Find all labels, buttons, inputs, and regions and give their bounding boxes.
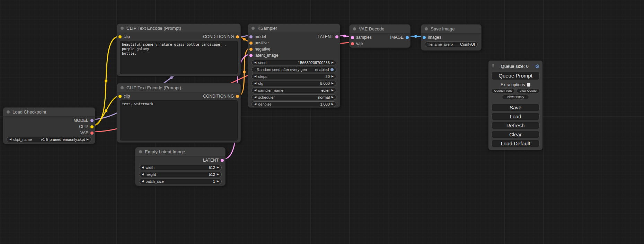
node-ksampler[interactable]: KSampler model LATENT positive negative … [248,24,340,108]
input-slot-positive[interactable] [249,42,253,45]
output-slot-latent[interactable] [335,35,338,38]
load-default-button[interactable]: Load Default [491,140,540,147]
collapse-toggle-icon[interactable] [425,27,428,30]
extra-options-checkbox[interactable] [527,83,530,87]
input-slot-model[interactable] [249,35,253,38]
widget-sampler-name[interactable]: ◀ sampler_name euler ▶ [252,88,336,93]
widget-seed[interactable]: ◀ seed 156680208700286 ▶ [252,60,336,65]
collapse-toggle-icon[interactable] [121,86,124,89]
collapse-toggle-icon[interactable] [252,27,255,30]
decrement-arrow-icon[interactable]: ◀ [254,96,256,99]
node-clip-text-encode-negative[interactable]: CLIP Text Encode (Prompt) clip CONDITION… [117,83,241,143]
output-slot-vae[interactable] [90,132,94,135]
decrement-arrow-icon[interactable]: ◀ [142,173,144,176]
decrement-arrow-icon[interactable]: ◀ [254,61,256,64]
input-slot-negative[interactable] [249,48,253,51]
link-midpoint-image[interactable] [414,35,417,38]
widget-filename-prefix[interactable]: filename_prefix ComfyUI [425,42,478,47]
widget-ckpt-name[interactable]: ◀ ckpt_name v1-5-pruned-emaonly.ckpt ▶ [7,137,91,142]
output-slot-clip[interactable] [90,125,94,128]
increment-arrow-icon[interactable]: ▶ [217,180,219,183]
settings-gear-icon[interactable]: ⚙ [535,64,540,69]
widget-scheduler[interactable]: ◀ scheduler normal ▶ [252,94,336,100]
decrement-arrow-icon[interactable]: ◀ [254,75,256,78]
node-save-image[interactable]: Save Image images filename_prefix ComfyU… [421,24,482,51]
input-slot-latent-image[interactable] [249,54,253,57]
queue-panel: ⠿ Queue size: 0 ⚙ Queue Prompt Extra opt… [488,61,542,150]
save-button[interactable]: Save [491,104,540,111]
prompt-text-input[interactable]: text, watermark [120,100,238,141]
increment-arrow-icon[interactable]: ▶ [332,96,334,99]
clear-button[interactable]: Clear [491,131,540,138]
node-graph-canvas[interactable]: Load Checkpoint MODEL CLIP VAE ◀ ckpt_na… [0,0,644,244]
collapse-toggle-icon[interactable] [353,27,356,30]
node-title: CLIP Text Encode (Prompt) [126,85,181,90]
output-slot-conditioning[interactable] [236,35,239,38]
collapse-toggle-icon[interactable] [7,110,10,114]
increment-arrow-icon[interactable]: ▶ [87,138,89,141]
input-slot-samples[interactable] [351,36,354,39]
decrement-arrow-icon[interactable]: ◀ [254,103,256,106]
drag-handle-icon[interactable]: ⠿ [491,64,494,69]
link-midpoint-conditioning-positive[interactable] [243,38,246,40]
node-title-bar[interactable]: CLIP Text Encode (Prompt) [117,24,240,33]
increment-arrow-icon[interactable]: ▶ [332,89,334,92]
node-empty-latent-image[interactable]: Empty Latent Image LATENT ◀ width 512 ▶ … [135,147,226,186]
collapse-toggle-icon[interactable] [121,27,124,30]
widget-random-seed-toggle[interactable]: Random seed after every gen enabled [252,67,336,72]
input-slot-label: images [428,35,441,40]
input-slot-images[interactable] [423,36,426,39]
node-title-bar[interactable]: CLIP Text Encode (Prompt) [117,83,240,92]
node-clip-text-encode-positive[interactable]: CLIP Text Encode (Prompt) clip CONDITION… [117,24,241,76]
view-queue-button[interactable]: View Queue [517,89,540,93]
input-slot-vae[interactable] [351,42,354,45]
decrement-arrow-icon[interactable]: ◀ [142,166,144,169]
link-midpoint-clip-negative[interactable] [105,109,107,112]
prompt-text-input[interactable]: beautiful scenery nature glass bottle la… [120,41,238,74]
link-midpoint-conditioning-negative[interactable] [243,71,246,73]
link-midpoint-latent-samples[interactable] [343,35,346,37]
output-slot-model[interactable] [90,119,94,122]
input-slot-clip[interactable] [118,35,122,38]
widget-cfg[interactable]: ◀ cfg 8.000 ▶ [252,81,336,86]
node-vae-decode[interactable]: VAE Decode samples IMAGE vae [349,24,411,48]
collapse-toggle-icon[interactable] [139,150,142,153]
link-midpoint-model[interactable] [170,76,173,79]
load-button[interactable]: Load [491,113,540,120]
queue-size-label: Queue size: 0 [494,64,535,69]
link-midpoint-clip-positive[interactable] [105,80,107,82]
output-slot-label: IMAGE [390,35,404,40]
widget-steps[interactable]: ◀ steps 20 ▶ [252,74,336,79]
widget-height[interactable]: ◀ height 512 ▶ [139,172,222,177]
refresh-button[interactable]: Refresh [491,122,540,129]
node-load-checkpoint[interactable]: Load Checkpoint MODEL CLIP VAE ◀ ckpt_na… [3,107,95,144]
widget-batch-size[interactable]: ◀ batch_size 1 ▶ [139,179,222,184]
output-slot-label: MODEL [73,118,88,123]
decrement-arrow-icon[interactable]: ◀ [142,180,144,183]
increment-arrow-icon[interactable]: ▶ [332,75,334,78]
widget-width[interactable]: ◀ width 512 ▶ [139,165,222,170]
increment-arrow-icon[interactable]: ▶ [332,103,334,106]
increment-arrow-icon[interactable]: ▶ [217,173,219,176]
node-title-bar[interactable]: Save Image [421,25,481,34]
node-title-bar[interactable]: Empty Latent Image [135,147,225,156]
view-history-button[interactable]: View History [502,95,529,99]
node-title-bar[interactable]: Load Checkpoint [3,108,95,117]
widget-value: 8.000 [320,81,330,85]
node-title-bar[interactable]: KSampler [248,24,340,33]
increment-arrow-icon[interactable]: ▶ [332,61,334,64]
decrement-arrow-icon[interactable]: ◀ [9,138,11,141]
increment-arrow-icon[interactable]: ▶ [217,166,219,169]
input-slot-clip[interactable] [118,95,122,98]
decrement-arrow-icon[interactable]: ◀ [254,82,256,85]
output-slot-conditioning[interactable] [236,95,239,98]
output-slot-latent[interactable] [221,159,224,162]
queue-front-button[interactable]: Queue Front [491,89,515,93]
widget-denoise[interactable]: ◀ denoise 1.000 ▶ [252,101,336,107]
node-title-bar[interactable]: VAE Decode [350,25,410,34]
extra-options-label: Extra options [501,82,525,87]
queue-prompt-button[interactable]: Queue Prompt [491,72,540,80]
increment-arrow-icon[interactable]: ▶ [332,82,334,85]
output-slot-image[interactable] [406,36,409,39]
decrement-arrow-icon[interactable]: ◀ [254,89,256,92]
